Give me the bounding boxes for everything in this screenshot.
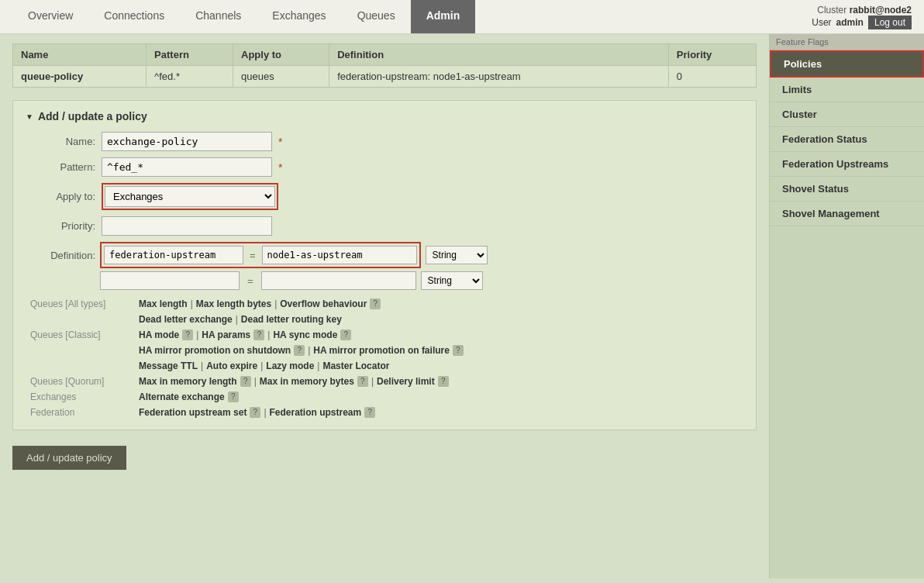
priority-input[interactable] <box>102 216 272 236</box>
hint-help-ha-mirror-promotion-on-shutdown[interactable]: ? <box>294 345 305 356</box>
hint-row-continuation: Dead letter exchange | Dead letter routi… <box>26 312 743 327</box>
hint-help-ha-params[interactable]: ? <box>253 329 264 340</box>
name-label: Name: <box>26 136 95 147</box>
logout-button[interactable]: Log out <box>868 16 912 29</box>
pattern-input[interactable] <box>102 157 272 177</box>
hint-link-max-length[interactable]: Max length <box>139 298 188 309</box>
add-policy-section: ▼ Add / update a policy Name: * Pattern:… <box>12 100 757 430</box>
nav-tab-exchanges[interactable]: Exchanges <box>257 0 341 33</box>
col-header-pattern: Pattern <box>147 44 233 66</box>
priority-label: Priority: <box>26 220 95 232</box>
hint-link-auto-expire[interactable]: Auto expire <box>206 360 257 371</box>
hint-link-ha-params[interactable]: HA params <box>202 329 250 340</box>
pattern-label: Pattern: <box>26 161 95 173</box>
nav-tab-queues[interactable]: Queues <box>342 0 411 33</box>
hint-link-ha-mirror-promotion-on-shutdown[interactable]: HA mirror promotion on shutdown <box>139 345 291 356</box>
hint-help-overflow-behaviour[interactable]: ? <box>370 298 381 309</box>
hint-help-delivery-limit[interactable]: ? <box>438 376 449 387</box>
definition-row-1: Definition: = StringNumberBooleanList <box>26 242 743 268</box>
col-header-definition: Definition <box>329 44 669 66</box>
priority-row: Priority: <box>26 216 743 236</box>
cluster-info: Cluster rabbit@node2 <box>817 5 912 16</box>
sidebar-item-federation-upstreams[interactable]: Federation Upstreams <box>770 152 924 177</box>
sidebar: Feature Flags PoliciesLimitsClusterFeder… <box>769 34 924 578</box>
hint-link-alternate-exchange[interactable]: Alternate exchange <box>139 392 225 402</box>
hint-row-continuation: Message TTL | Auto expire | Lazy mode | … <box>26 358 743 374</box>
nav-tab-admin[interactable]: Admin <box>411 0 476 33</box>
def-eq-sign-2: = <box>244 275 257 287</box>
collapse-triangle[interactable]: ▼ <box>26 112 33 121</box>
hint-link-delivery-limit[interactable]: Delivery limit <box>377 376 435 387</box>
nav-tab-channels[interactable]: Channels <box>180 0 257 33</box>
hints-table: Queues [All types]Max length | Max lengt… <box>26 296 743 420</box>
definition-label: Definition: <box>26 250 95 261</box>
definition-highlight-box: = <box>100 242 421 268</box>
apply-to-label: Apply to: <box>26 191 95 202</box>
hint-link-ha-sync-mode[interactable]: HA sync mode <box>273 329 337 340</box>
hint-category-queues-classic: Queues [Classic] <box>26 327 134 343</box>
hint-help-ha-mode[interactable]: ? <box>182 329 193 340</box>
section-title: ▼ Add / update a policy <box>26 110 743 122</box>
add-update-policy-button[interactable]: Add / update policy <box>12 446 126 470</box>
sidebar-item-limits[interactable]: Limits <box>770 78 924 102</box>
hint-help-federation-upstream-set[interactable]: ? <box>250 407 260 418</box>
cluster-name: rabbit@node2 <box>850 5 912 16</box>
sidebar-item-policies[interactable]: Policies <box>770 50 924 78</box>
def-type-select[interactable]: StringNumberBooleanList <box>426 246 488 264</box>
hint-link-federation-upstream[interactable]: Federation upstream <box>270 407 362 418</box>
hint-link-max-length-bytes[interactable]: Max length bytes <box>196 298 271 309</box>
sidebar-item-cluster[interactable]: Cluster <box>770 102 924 127</box>
hint-link-master-locator[interactable]: Master Locator <box>322 360 389 371</box>
policy-cell-pattern: ^fed.* <box>147 66 233 88</box>
hint-link-federation-upstream-set[interactable]: Federation upstream set <box>139 407 247 418</box>
apply-to-row: Apply to: ExchangesQueuesAll <box>26 183 743 210</box>
definition-row-2: = StringNumberBooleanList <box>26 271 743 290</box>
hint-help-federation-upstream[interactable]: ? <box>364 407 375 418</box>
col-header-priority: Priority <box>668 44 756 66</box>
col-header-apply-to: Apply to <box>233 44 329 66</box>
apply-to-select-wrapper: ExchangesQueuesAll <box>102 183 278 210</box>
def-eq-sign: = <box>247 250 259 261</box>
hint-link-overflow-behaviour[interactable]: Overflow behaviour <box>280 298 367 309</box>
hint-link-dead-letter-routing-key[interactable]: Dead letter routing key <box>241 314 342 325</box>
hint-link-message-ttl[interactable]: Message TTL <box>139 360 198 371</box>
hint-link-dead-letter-exchange[interactable]: Dead letter exchange <box>139 314 233 325</box>
sidebar-item-shovel-management[interactable]: Shovel Management <box>770 202 924 226</box>
hint-link-lazy-mode[interactable]: Lazy mode <box>266 360 314 371</box>
policy-cell-priority: 0 <box>668 66 756 88</box>
user-name: admin <box>836 17 864 28</box>
hint-help-max-in-memory-length[interactable]: ? <box>240 376 251 387</box>
main-layout: NamePatternApply toDefinitionPriority qu… <box>0 34 924 578</box>
apply-to-select[interactable]: ExchangesQueuesAll <box>105 186 275 207</box>
name-input[interactable] <box>102 132 272 151</box>
def-key-input[interactable] <box>104 246 243 264</box>
user-line: User admin Log out <box>812 16 912 29</box>
content-area: NamePatternApply toDefinitionPriority qu… <box>0 34 769 578</box>
hint-link-ha-mode[interactable]: HA mode <box>139 329 179 340</box>
definition-area: Definition: = StringNumberBooleanList = … <box>26 242 743 290</box>
nav-tab-connections[interactable]: Connections <box>88 0 180 33</box>
def-type-select-2[interactable]: StringNumberBooleanList <box>421 271 483 290</box>
policy-table: NamePatternApply toDefinitionPriority qu… <box>12 43 757 88</box>
hint-help-ha-sync-mode[interactable]: ? <box>340 329 351 340</box>
hint-link-max-in-memory-length[interactable]: Max in memory length <box>139 376 237 387</box>
hint-row-continuation: HA mirror promotion on shutdown? | HA mi… <box>26 343 743 358</box>
hint-link-ha-mirror-promotion-on-failure[interactable]: HA mirror promotion on failure <box>313 345 450 356</box>
hint-row-queues-classic: Queues [Classic]HA mode? | HA params? | … <box>26 327 743 343</box>
hint-help-ha-mirror-promotion-on-failure[interactable]: ? <box>453 345 464 356</box>
nav-tab-overview[interactable]: Overview <box>12 0 88 33</box>
sidebar-item-federation-status[interactable]: Federation Status <box>770 127 924 152</box>
sidebar-item-shovel-status[interactable]: Shovel Status <box>770 177 924 202</box>
name-required: * <box>278 136 282 148</box>
name-row: Name: * <box>26 132 743 151</box>
hint-link-max-in-memory-bytes[interactable]: Max in memory bytes <box>260 376 354 387</box>
hint-help-alternate-exchange[interactable]: ? <box>228 392 239 402</box>
def-val-input-2[interactable] <box>261 271 416 290</box>
hint-category-queues-all: Queues [All types] <box>26 296 134 312</box>
def-val-input[interactable] <box>262 246 417 264</box>
top-bar: OverviewConnectionsChannelsExchangesQueu… <box>0 0 924 34</box>
hint-category-queues-quorum: Queues [Quorum] <box>26 374 134 389</box>
def-key-input-2[interactable] <box>100 271 240 290</box>
policy-cell-name: queue-policy <box>13 66 147 88</box>
hint-help-max-in-memory-bytes[interactable]: ? <box>357 376 368 387</box>
